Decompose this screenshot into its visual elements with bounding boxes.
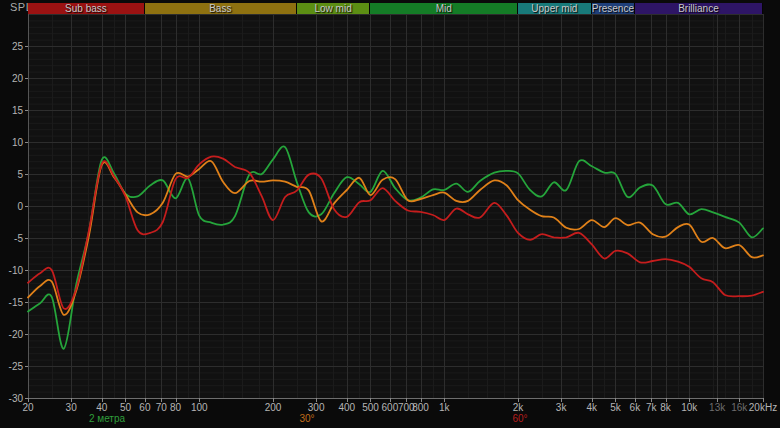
- legend-2-metra: 2 метра: [89, 413, 125, 424]
- x-tick-label: 6k: [630, 402, 642, 413]
- x-tick-label: 800: [412, 402, 429, 413]
- x-tick-label: 13k: [709, 402, 726, 413]
- x-tick-label: 80: [170, 402, 182, 413]
- spl-chart: 203040506070801002003004005006007008001k…: [0, 0, 780, 428]
- x-tick-label: 30: [66, 402, 78, 413]
- x-tick-label: 100: [191, 402, 208, 413]
- x-tick-label: 60: [139, 402, 151, 413]
- x-tick-label: 8k: [660, 402, 672, 413]
- spl-curve-30deg: [28, 161, 763, 315]
- x-tick-label: 7k: [646, 402, 658, 413]
- band-upper-mid: Upper mid: [518, 3, 592, 14]
- y-tick-label: -20: [9, 329, 24, 340]
- x-tick-label: 16k: [731, 402, 748, 413]
- y-tick-label: 20: [12, 73, 24, 84]
- band-sub-bass: Sub bass: [28, 3, 145, 14]
- y-tick-label: 10: [12, 137, 24, 148]
- frequency-band-bar: Sub bassBassLow midMidUpper midPresenceB…: [28, 3, 763, 14]
- y-tick-label: -10: [9, 265, 24, 276]
- x-tick-label: 1k: [439, 402, 451, 413]
- spl-curve-2m: [28, 146, 763, 348]
- legend-60deg: 60°: [512, 413, 527, 424]
- x-tick-label: 5k: [610, 402, 622, 413]
- x-tick-label: 300: [308, 402, 325, 413]
- y-tick-label: 5: [17, 169, 23, 180]
- y-tick-label: 0: [17, 201, 23, 212]
- x-tick-label: 40: [96, 402, 108, 413]
- y-tick-label: 25: [12, 41, 24, 52]
- x-tick-label: 200: [265, 402, 282, 413]
- x-tick-label: 70: [156, 402, 168, 413]
- x-tick-label: 20kHz: [749, 402, 777, 413]
- x-tick-label: 400: [338, 402, 355, 413]
- y-tick-label: -5: [14, 233, 23, 244]
- y-tick-label: 15: [12, 105, 24, 116]
- band-brilliance: Brilliance: [635, 3, 763, 14]
- band-mid: Mid: [370, 3, 518, 14]
- x-tick-label: 3k: [556, 402, 568, 413]
- x-tick-label: 50: [120, 402, 132, 413]
- x-tick-label: 500: [362, 402, 379, 413]
- band-low-mid: Low mid: [297, 3, 371, 14]
- legend-30deg: 30°: [299, 413, 314, 424]
- band-bass: Bass: [145, 3, 297, 14]
- y-tick-label: -30: [9, 393, 24, 404]
- x-tick-label: 2k: [513, 402, 525, 413]
- chart-canvas: 203040506070801002003004005006007008001k…: [0, 0, 780, 428]
- x-tick-label: 20: [22, 402, 34, 413]
- y-tick-label: -15: [9, 297, 24, 308]
- y-tick-label: -25: [9, 361, 24, 372]
- x-tick-label: 10k: [681, 402, 698, 413]
- x-tick-label: 4k: [586, 402, 598, 413]
- x-tick-label: 600: [382, 402, 399, 413]
- band-presence: Presence: [592, 3, 635, 14]
